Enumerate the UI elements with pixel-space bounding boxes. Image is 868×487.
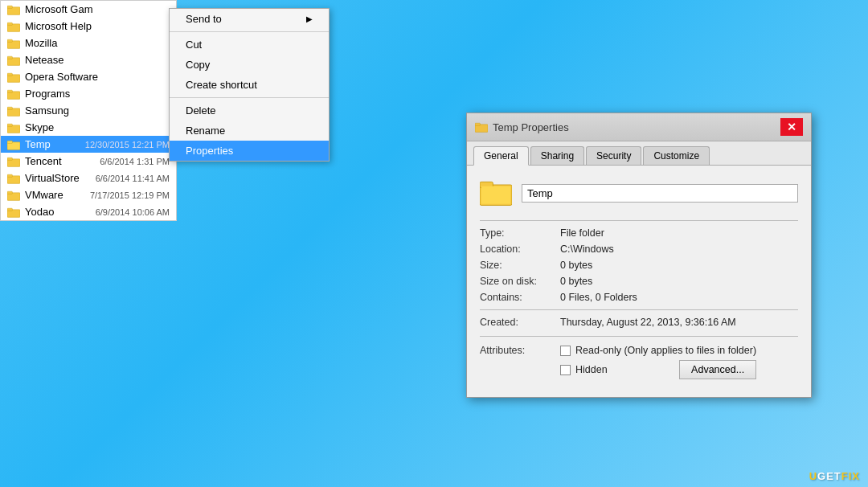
prop-row-3: Size on disk: 0 bytes xyxy=(480,276,798,287)
prop-label: Size: xyxy=(480,260,560,271)
file-item-name: VMware xyxy=(25,189,79,201)
prop-label: Location: xyxy=(480,244,560,255)
dialog-tabs: GeneralSharingSecurityCustomize xyxy=(467,141,811,166)
file-item[interactable]: Skype xyxy=(1,119,176,136)
prop-value: File folder xyxy=(560,227,604,239)
attributes-row: Attributes: Read-only (Only applies to f… xyxy=(480,345,798,379)
file-item[interactable]: Programs xyxy=(1,85,176,102)
hidden-label: Hidden xyxy=(575,364,608,375)
file-item[interactable]: Temp 12/30/2015 12:21 PM xyxy=(1,136,176,153)
svg-rect-3 xyxy=(7,23,12,25)
props-separator xyxy=(480,309,798,310)
svg-rect-13 xyxy=(7,107,12,109)
context-separator-1 xyxy=(170,31,329,32)
file-item-date: 6/6/2014 11:41 AM xyxy=(89,174,170,183)
file-item[interactable]: Samsung xyxy=(1,102,176,119)
folder-icon xyxy=(7,38,20,49)
svg-rect-5 xyxy=(7,39,12,42)
advanced-button[interactable]: Advanced... xyxy=(679,360,756,379)
props-container: Type: File folder Location: C:\Windows S… xyxy=(480,227,798,328)
dialog-titlebar: Temp Properties ✕ xyxy=(467,113,811,141)
folder-icon xyxy=(7,139,20,150)
file-item-name: Tencent xyxy=(25,155,88,167)
folder-icon xyxy=(7,55,20,66)
prop-row-0: Type: File folder xyxy=(480,227,798,239)
file-item[interactable]: Yodao 6/9/2014 10:06 AM xyxy=(1,203,176,220)
dialog-tab-sharing[interactable]: Sharing xyxy=(530,146,584,165)
attributes-label: Attributes: xyxy=(480,345,560,379)
file-item[interactable]: Netease xyxy=(1,51,176,68)
file-item[interactable]: Opera Software xyxy=(1,68,176,85)
file-item[interactable]: Microsoft Gam xyxy=(1,1,176,18)
dialog-tab-security[interactable]: Security xyxy=(586,146,641,165)
context-menu-item-create-shortcut[interactable]: Create shortcut xyxy=(170,75,329,95)
prop-label: Size on disk: xyxy=(480,276,560,287)
prop-value: 0 bytes xyxy=(560,260,592,271)
folder-name-input[interactable] xyxy=(522,184,798,203)
hidden-checkbox[interactable] xyxy=(560,365,571,375)
file-item-name: Temp xyxy=(25,138,74,150)
prop-label: Created: xyxy=(480,317,560,328)
file-list: Microsoft Gam Microsoft Help Mozilla Net… xyxy=(0,0,177,221)
prop-value: 0 Files, 0 Folders xyxy=(560,292,637,303)
watermark: UGETFIX xyxy=(809,470,860,482)
file-item-date: 6/6/2014 1:31 PM xyxy=(93,157,170,166)
dialog-tab-customize[interactable]: Customize xyxy=(643,146,710,165)
context-menu-label: Copy xyxy=(186,59,210,71)
readonly-checkbox[interactable] xyxy=(560,346,571,356)
file-item-name: VirtualStore xyxy=(25,172,84,184)
file-item-name: Opera Software xyxy=(25,71,170,83)
folder-icon xyxy=(7,156,20,167)
folder-header xyxy=(480,178,798,207)
prop-label: Type: xyxy=(480,227,560,239)
file-item[interactable]: Mozilla xyxy=(1,35,176,51)
file-item-name: Programs xyxy=(25,88,170,100)
context-menu-label: Create shortcut xyxy=(186,79,257,91)
context-menu-item-rename[interactable]: Rename xyxy=(170,121,329,141)
context-menu-label: Cut xyxy=(186,39,202,51)
separator-1 xyxy=(480,220,798,221)
folder-icon xyxy=(7,4,20,15)
context-menu-item-cut[interactable]: Cut xyxy=(170,35,329,55)
submenu-arrow: ▶ xyxy=(306,14,313,23)
file-item[interactable]: Tencent 6/6/2014 1:31 PM xyxy=(1,153,176,170)
dialog-title: Temp Properties xyxy=(493,121,569,133)
folder-icon xyxy=(7,173,20,184)
readonly-label: Read-only (Only applies to files in fold… xyxy=(575,345,756,356)
context-menu-item-copy[interactable]: Copy xyxy=(170,55,329,75)
prop-value: Thursday, August 22, 2013, 9:36:16 AM xyxy=(560,317,736,328)
file-item-name: Skype xyxy=(25,121,170,133)
folder-big-icon xyxy=(480,178,512,207)
file-item[interactable]: VirtualStore 6/6/2014 11:41 AM xyxy=(1,170,176,186)
context-menu-label: Delete xyxy=(186,104,216,117)
svg-rect-15 xyxy=(7,124,12,126)
folder-icon xyxy=(7,88,20,100)
context-menu-item-delete[interactable]: Delete xyxy=(170,100,329,121)
hidden-advanced-row: Hidden Advanced... xyxy=(560,360,756,379)
dialog-tab-general[interactable]: General xyxy=(473,146,529,166)
file-item[interactable]: Microsoft Help xyxy=(1,18,176,35)
context-menu-label: Properties xyxy=(186,145,233,157)
prop-row-5: Created: Thursday, August 22, 2013, 9:36… xyxy=(480,317,798,328)
prop-value: C:\Windows xyxy=(560,244,614,255)
context-menu-item-send-to[interactable]: Send to ▶ xyxy=(170,9,329,29)
context-menu: Send to ▶ Cut Copy Create shortcut Delet… xyxy=(169,8,330,162)
folder-icon xyxy=(7,122,20,133)
file-item-name: Samsung xyxy=(25,104,170,117)
svg-rect-25 xyxy=(7,208,12,211)
file-item[interactable]: VMware 7/17/2015 12:19 PM xyxy=(1,186,176,203)
close-button[interactable]: ✕ xyxy=(780,118,803,136)
svg-rect-9 xyxy=(7,73,12,76)
prop-value: 0 bytes xyxy=(560,276,592,287)
file-item-name: Yodao xyxy=(25,206,84,218)
file-item-date: 6/9/2014 10:06 AM xyxy=(89,207,170,217)
context-menu-label: Rename xyxy=(186,125,225,137)
svg-rect-30 xyxy=(481,186,510,204)
readonly-row: Read-only (Only applies to files in fold… xyxy=(560,345,756,356)
folder-icon xyxy=(7,105,20,117)
file-item-name: Mozilla xyxy=(25,37,170,49)
context-menu-item-properties[interactable]: Properties xyxy=(170,141,329,161)
svg-rect-7 xyxy=(7,56,12,59)
svg-rect-17 xyxy=(7,141,12,143)
file-item-date: 12/30/2015 12:21 PM xyxy=(79,140,170,149)
